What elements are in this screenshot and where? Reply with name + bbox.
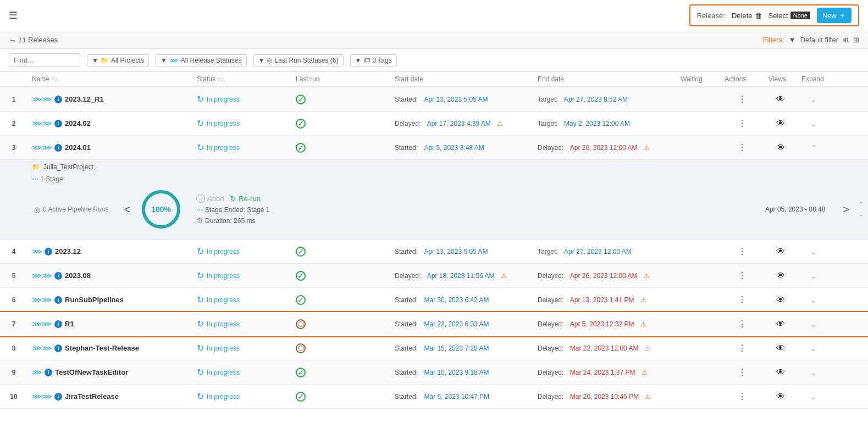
eye-icon[interactable]: 👁 [776,271,785,281]
expand-icon[interactable]: ⌄ [810,320,817,329]
row-expand[interactable]: ⌄ [797,365,830,380]
expand-icon[interactable]: ⌄ [810,296,817,304]
eye-icon[interactable]: 👁 [776,343,785,353]
row-expand[interactable]: ⌄ [797,341,830,356]
eye-icon[interactable]: 👁 [776,392,785,402]
col-name[interactable]: Name ▽△ [27,75,192,83]
col-lastrun: Last run [291,75,390,83]
more-actions-icon[interactable]: ⋮ [738,118,747,129]
select-button[interactable]: Select None [769,12,810,20]
eye-icon[interactable]: 👁 [776,368,785,377]
row-views[interactable]: 👁 [764,316,797,332]
row-startdate: Started: Mar 30, 2023 6:42 AM [390,293,533,307]
more-actions-icon[interactable]: ⋮ [738,367,747,377]
row-number: 4 [0,244,27,259]
release-name: TestOfNewTaskEditor [55,368,128,376]
expand-icon[interactable]: ⌄ [810,119,817,128]
expand-icon[interactable]: ⌄ [810,247,817,256]
status-text: In progress [207,344,240,352]
more-actions-icon[interactable]: ⋮ [738,142,747,153]
row-expand[interactable]: ⌄ [797,316,830,332]
row-views[interactable]: 👁 [764,364,797,381]
expand-icon[interactable]: ⌃ [810,143,817,152]
prev-chevron[interactable]: < [119,203,135,216]
col-status[interactable]: Status ▽△ [192,75,291,83]
more-actions-icon[interactable]: ⋮ [738,246,747,257]
table-row: 8 ⋙⋙ i Stephan-Test-Release ↻ In progres… [0,336,868,360]
status-text: In progress [207,320,240,328]
projects-icon: ▼ [92,57,98,64]
row-actions[interactable]: ⋮ [720,340,764,357]
search-input[interactable] [9,53,80,67]
abort-button[interactable]: ○ Abort [196,194,224,203]
row-expand[interactable]: ⌄ [797,244,830,259]
row-views[interactable]: 👁 [764,91,797,108]
row-waiting [676,393,720,400]
filter-dropdown-arrow[interactable]: ▼ [789,36,796,44]
row-actions[interactable]: ⋮ [720,139,764,156]
info-icon: i [54,272,62,280]
row-expand[interactable]: ⌄ [797,116,830,131]
more-actions-icon[interactable]: ⋮ [738,94,747,104]
row-expand[interactable]: ⌄ [797,268,830,284]
row-actions[interactable]: ⋮ [720,388,764,405]
row-lastrun: ✓ [291,91,390,108]
layout-icon[interactable]: ⊞ [853,36,859,44]
eye-icon[interactable]: 👁 [776,319,785,329]
row-views[interactable]: 👁 [764,292,797,308]
last-run-icon: ▼ [258,57,265,64]
stage-icon: ⋯ [32,175,38,183]
expand-icon[interactable]: ⌄ [810,392,817,401]
eye-icon[interactable]: 👁 [776,295,785,305]
row-waiting [676,248,720,255]
add-filter-icon[interactable]: ⊕ [843,36,849,44]
expand-up-icon[interactable]: ⌃ [858,201,864,208]
more-actions-icon[interactable]: ⋮ [738,270,747,281]
abort-rerun-row: ○ Abort ↻ Re-run [196,194,743,203]
statuses-filter[interactable]: ▼ ⋙ All Release Statuses [156,54,247,66]
row-status: ↻ In progress [192,115,291,132]
row-views[interactable]: 👁 [764,243,797,260]
row-expand[interactable]: ⌃ [797,140,830,155]
more-actions-icon[interactable]: ⋮ [738,343,747,353]
row-actions[interactable]: ⋮ [720,115,764,132]
row-expand[interactable]: ⌄ [797,92,830,107]
back-link[interactable]: ← 11 Releases [9,36,58,44]
hamburger-icon[interactable]: ☰ [9,9,18,21]
row-enddate: Delayed: Apr 13, 2023 1:41 PM ⚠ [533,293,676,307]
stage-ended-icon: ⋯ [196,206,203,214]
tags-filter[interactable]: ▼ 🏷 0 Tags [350,54,397,66]
row-startdate: Started: Mar 10, 2023 9:18 AM [390,365,533,380]
row-actions[interactable]: ⋮ [720,91,764,108]
row-actions[interactable]: ⋮ [720,267,764,284]
expand-icon[interactable]: ⌄ [810,368,817,377]
expand-down-icon[interactable]: ⌄ [858,210,864,218]
more-actions-icon[interactable]: ⋮ [738,391,747,402]
row-expand[interactable]: ⌄ [797,292,830,308]
row-actions[interactable]: ⋮ [720,364,764,381]
eye-icon[interactable]: 👁 [776,143,785,153]
eye-icon[interactable]: 👁 [776,247,785,257]
next-chevron[interactable]: > [838,203,854,216]
more-actions-icon[interactable]: ⋮ [738,294,747,305]
eye-icon[interactable]: 👁 [776,95,785,104]
delete-button[interactable]: Delete 🗑 [732,12,762,20]
row-views[interactable]: 👁 [764,268,797,284]
row-actions[interactable]: ⋮ [720,291,764,308]
expand-icon[interactable]: ⌄ [810,344,817,353]
rerun-button[interactable]: ↻ Re-run [230,194,261,203]
more-actions-icon[interactable]: ⋮ [738,319,747,329]
projects-filter[interactable]: ▼ 📁 All Projects [87,54,149,66]
row-views[interactable]: 👁 [764,340,797,357]
row-actions[interactable]: ⋮ [720,315,764,332]
expand-icon[interactable]: ⌄ [810,271,817,280]
row-expand[interactable]: ⌄ [797,389,830,404]
new-button[interactable]: New ＋ [817,8,852,23]
last-run-filter[interactable]: ▼ ◎ Last Run Statuses (6) [253,54,344,66]
expand-icon[interactable]: ⌄ [810,95,817,104]
row-views[interactable]: 👁 [764,115,797,132]
eye-icon[interactable]: 👁 [776,119,785,129]
row-views[interactable]: 👁 [764,140,797,156]
row-views[interactable]: 👁 [764,388,797,405]
row-actions[interactable]: ⋮ [720,243,764,260]
